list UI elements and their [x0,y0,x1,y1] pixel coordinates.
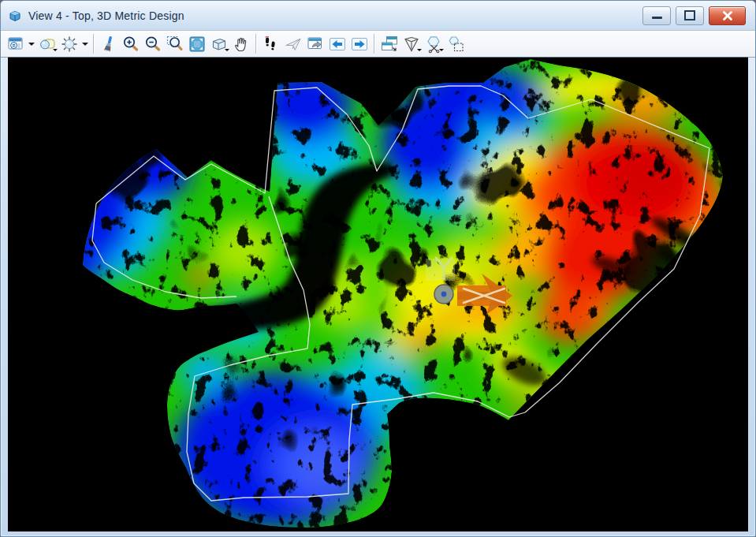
navigate-view-icon [306,35,325,54]
zoom-out-icon [143,35,162,54]
close-button[interactable] [709,6,746,25]
view-attributes-dropdown[interactable] [27,33,35,54]
walk-button[interactable] [260,33,281,54]
zoom-in-icon [121,35,140,54]
copy-view-button[interactable] [378,33,400,54]
display-style-button[interactable] [36,33,58,54]
close-icon [722,11,733,21]
display-style-dropdown[interactable] [53,49,58,54]
view-next-button[interactable] [348,33,370,54]
window-controls [642,6,749,25]
zoom-out-button[interactable] [142,33,163,54]
window-title: View 4 - Top, 3D Metric Design [28,9,184,22]
minimize-icon [652,17,662,19]
view-previous-button[interactable] [326,33,348,54]
point-marker-dot [441,292,447,297]
minimize-button[interactable] [642,6,671,25]
toolbar-separator [93,34,94,54]
adjust-brightness-button[interactable] [58,33,80,54]
apply-clip-mask-button[interactable] [445,33,466,54]
update-view-button[interactable] [98,33,119,54]
titlebar[interactable]: View 4 - Top, 3D Metric Design [1,1,755,30]
maximize-button[interactable] [676,6,704,25]
view-previous-arrow-icon [328,35,347,54]
toolbar-separator [255,34,256,54]
paintbrush-icon [99,35,118,54]
walk-footprints-icon [262,35,281,54]
view-attributes-button[interactable] [5,33,26,54]
terrain-thermal-model [8,58,748,531]
zoom-in-button[interactable] [120,33,141,54]
view-cube-icon [7,8,23,24]
clip-mask-button[interactable] [423,33,444,54]
fly-paper-plane-icon [284,35,303,54]
maximize-icon [684,10,695,21]
view-attributes-icon [6,35,25,54]
fit-view-button[interactable] [186,33,207,54]
pan-view-button[interactable] [230,33,251,54]
copy-view-icon [380,35,399,54]
screen: View 4 - Top, 3D Metric Design [0,0,756,537]
window-area-button[interactable] [164,33,185,54]
view-next-arrow-icon [350,35,369,54]
brightness-sun-icon [60,35,79,54]
apply-clip-mask-icon [446,35,465,54]
clip-volume-dropdown[interactable] [417,49,422,54]
view-toolbar [1,30,755,58]
rotate-view-dropdown[interactable] [225,49,229,54]
clip-volume-button[interactable] [400,33,422,54]
window-area-icon [166,35,184,54]
navigate-view-button[interactable] [304,33,326,54]
toolbar-separator [374,34,374,54]
fly-button[interactable] [282,33,304,54]
view-window: View 4 - Top, 3D Metric Design [0,0,756,537]
viewport-canvas[interactable] [8,57,748,531]
fit-view-icon [188,35,207,54]
pan-hand-icon [232,35,251,54]
rotate-view-button[interactable] [208,33,229,54]
clip-mask-dropdown[interactable] [439,49,444,54]
adjust-brightness-dropdown[interactable] [80,33,89,54]
